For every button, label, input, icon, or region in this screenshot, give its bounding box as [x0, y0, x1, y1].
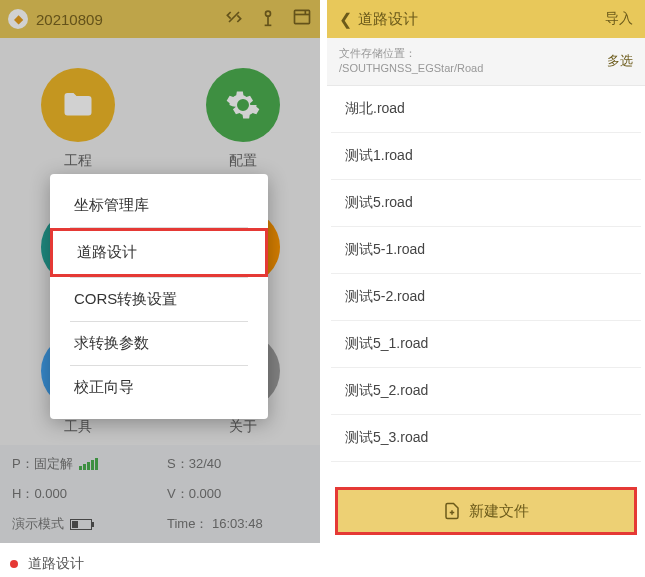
- list-item[interactable]: 测试1.road: [331, 133, 641, 180]
- list-item[interactable]: 测试5.road: [331, 180, 641, 227]
- list-item[interactable]: 测试5_2.road: [331, 368, 641, 415]
- right-phone-screenshot: ❮ 道路设计 导入 文件存储位置： /SOUTHGNSS_EGStar/Road…: [327, 0, 645, 543]
- list-item[interactable]: 湖北.road: [331, 86, 641, 133]
- file-list[interactable]: 湖北.road 测试1.road 测试5.road 测试5-1.road 测试5…: [327, 86, 645, 479]
- path-value: /SOUTHGNSS_EGStar/Road: [339, 61, 483, 76]
- path-bar: 文件存储位置： /SOUTHGNSS_EGStar/Road 多选: [327, 38, 645, 86]
- new-file-icon: [443, 502, 461, 520]
- left-phone-screenshot: ◆ 20210809 工程: [0, 0, 320, 543]
- popup-item-road-design[interactable]: 道路设计: [50, 228, 268, 277]
- bullet-icon: [10, 560, 18, 568]
- new-file-button[interactable]: 新建文件: [335, 487, 637, 535]
- multi-select-button[interactable]: 多选: [607, 52, 633, 70]
- page-title: 道路设计: [358, 10, 418, 29]
- list-item[interactable]: 测试5_3.road: [331, 415, 641, 462]
- caption-row: 道路设计: [0, 543, 645, 577]
- right-header: ❮ 道路设计 导入: [327, 0, 645, 38]
- popup-item-cors[interactable]: CORS转换设置: [50, 278, 268, 321]
- popup-item-coord-lib[interactable]: 坐标管理库: [50, 184, 268, 227]
- footer: 新建文件: [327, 479, 645, 543]
- import-button[interactable]: 导入: [605, 10, 633, 28]
- popup-menu: 坐标管理库 道路设计 CORS转换设置 求转换参数 校正向导: [50, 174, 268, 419]
- list-item[interactable]: 测试5-1.road: [331, 227, 641, 274]
- list-item[interactable]: 测试5_1.road: [331, 321, 641, 368]
- caption-text: 道路设计: [28, 555, 84, 573]
- list-item[interactable]: 测试5-2.road: [331, 274, 641, 321]
- popup-item-calibration[interactable]: 校正向导: [50, 366, 268, 409]
- new-file-label: 新建文件: [469, 502, 529, 521]
- popup-item-params[interactable]: 求转换参数: [50, 322, 268, 365]
- back-icon[interactable]: ❮: [339, 10, 352, 29]
- path-label: 文件存储位置：: [339, 46, 483, 61]
